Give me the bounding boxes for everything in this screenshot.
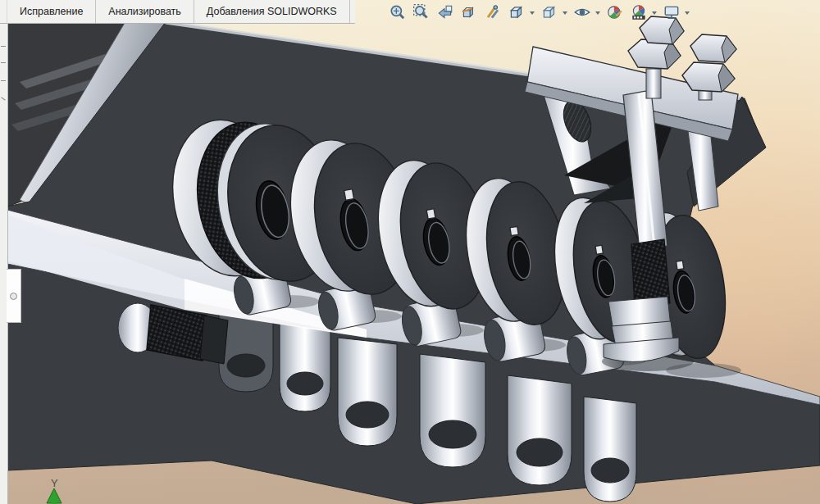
display-style-icon[interactable]	[540, 3, 558, 21]
view-settings-icon[interactable]	[663, 3, 681, 21]
view-orientation-dropdown-icon[interactable]	[530, 11, 535, 15]
apply-scene-dropdown-icon[interactable]	[652, 11, 657, 15]
panel-mark	[1, 80, 6, 81]
edit-appearance-icon[interactable]	[606, 3, 624, 21]
hide-show-items-dropdown-icon[interactable]	[595, 11, 600, 15]
feature-manager-collapsed-strip[interactable]	[0, 23, 8, 504]
panel-expand-icon	[10, 293, 17, 300]
triad-y-label: Y	[51, 477, 58, 489]
hide-show-items-icon[interactable]	[573, 3, 591, 21]
tabbar-lead	[0, 0, 7, 23]
tab-ispravlenie[interactable]: Исправление	[7, 0, 96, 23]
graphics-viewport[interactable]: Y	[0, 0, 820, 504]
section-view-icon[interactable]	[460, 3, 478, 21]
annotation-tools-icon[interactable]	[484, 3, 502, 21]
view-orientation-icon[interactable]	[508, 3, 526, 21]
heads-up-toolbar	[389, 2, 690, 22]
tab-analizirovat[interactable]: Анализировать	[96, 0, 194, 23]
zoom-to-fit-icon[interactable]	[389, 3, 407, 21]
panel-mark	[1, 46, 6, 47]
apply-scene-icon[interactable]	[630, 3, 648, 21]
view-settings-dropdown-icon[interactable]	[685, 11, 690, 15]
display-style-dropdown-icon[interactable]	[563, 11, 567, 15]
panel-mark	[1, 97, 5, 100]
previous-view-icon[interactable]	[436, 3, 454, 21]
solidworks-window: Y Исправление Анализировать Добавления S…	[0, 0, 820, 504]
zoom-to-area-icon[interactable]	[412, 3, 430, 21]
tab-dobavleniya-solidworks[interactable]: Добавления SOLIDWORKS	[194, 0, 350, 23]
panel-mark	[1, 62, 6, 63]
command-manager-tabs: Исправление Анализировать Добавления SOL…	[0, 0, 355, 24]
panel-expand-tab[interactable]	[7, 269, 21, 323]
